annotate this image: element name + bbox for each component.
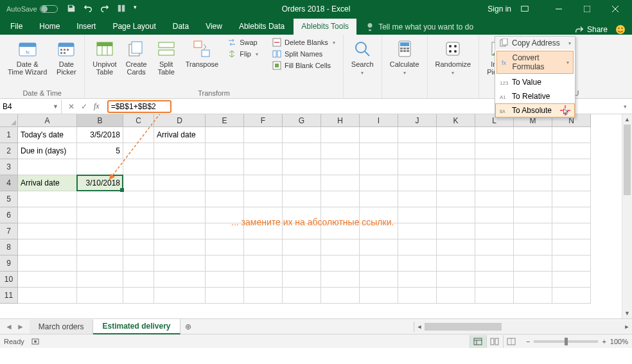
cell-B1[interactable]: 3/5/2018 [77,127,123,143]
cell-I2[interactable] [360,143,398,159]
cell-G1[interactable] [283,127,321,143]
cell-M6[interactable] [514,207,552,223]
search-button[interactable]: Search▾ [349,37,376,78]
maximize-button[interactable] [573,0,601,18]
row-head-4[interactable]: 4 [0,175,18,191]
cell-E10[interactable] [206,272,244,288]
cell-F8[interactable] [244,239,283,256]
cell-I5[interactable] [360,191,398,207]
cell-L8[interactable] [475,239,514,256]
cell-L5[interactable] [475,191,514,207]
cell-F10[interactable] [244,272,283,288]
cell-J3[interactable] [398,159,437,175]
date-time-wizard-button[interactable]: fx Date & Time Wizard [5,37,49,77]
cell-M4[interactable] [514,175,552,191]
expand-formula-bar-icon[interactable]: ▾ [619,103,632,110]
cell-L1[interactable] [475,127,514,143]
cell-K1[interactable] [437,127,475,143]
cell-I3[interactable] [360,159,398,175]
cell-G6[interactable] [283,207,321,223]
cell-D2[interactable] [154,143,206,159]
row-head-2[interactable]: 2 [0,143,18,159]
cell-K9[interactable] [437,256,475,272]
row-head-3[interactable]: 3 [0,159,18,175]
row-head-8[interactable]: 8 [0,239,18,256]
cell-C9[interactable] [123,256,154,272]
cell-C3[interactable] [123,159,154,175]
cell-E9[interactable] [206,256,244,272]
transpose-button[interactable]: Transpose [183,37,222,69]
cell-M10[interactable] [514,272,552,288]
cell-B2[interactable]: 5 [77,143,123,159]
name-box[interactable]: ▼ [0,100,62,114]
save-icon[interactable] [67,4,77,14]
cell-E2[interactable] [206,143,244,159]
cell-A6[interactable] [18,207,77,223]
cell-N1[interactable] [552,127,591,143]
cell-F11[interactable] [244,288,283,304]
cell-I11[interactable] [360,288,398,304]
cell-G10[interactable] [283,272,321,288]
cell-L10[interactable] [475,272,514,288]
tab-home[interactable]: Home [31,19,67,35]
cell-C8[interactable] [123,239,154,256]
spreadsheet-grid[interactable]: ABCDEFGHIJKLMN 1234567891011 Today's dat… [0,114,632,318]
tab-insert[interactable]: Insert [69,19,103,35]
cell-B10[interactable] [77,272,123,288]
fill-blank-cells-button[interactable]: Fill Blank Cells [270,60,338,71]
cell-E5[interactable] [206,191,244,207]
cell-C11[interactable] [123,288,154,304]
cell-E7[interactable] [206,223,244,239]
cell-F6[interactable] [244,207,283,223]
cell-H4[interactable] [321,175,360,191]
cell-A4[interactable]: Arrival date [18,175,77,191]
cell-J1[interactable] [398,127,437,143]
cell-L9[interactable] [475,256,514,272]
cell-J5[interactable] [398,191,437,207]
cell-M9[interactable] [514,256,552,272]
cell-N4[interactable] [552,175,591,191]
col-head-I[interactable]: I [360,114,398,127]
unpivot-table-button[interactable]: Unpivot Table [90,37,119,77]
col-head-B[interactable]: B [77,114,123,127]
cell-F4[interactable] [244,175,283,191]
cell-I6[interactable] [360,207,398,223]
cell-G2[interactable] [283,143,321,159]
swap-button[interactable]: Swap [225,37,261,48]
cell-A7[interactable] [18,223,77,239]
cell-L6[interactable] [475,207,514,223]
cell-F2[interactable] [244,143,283,159]
cell-B9[interactable] [77,256,123,272]
cell-J11[interactable] [398,288,437,304]
row-head-1[interactable]: 1 [0,127,18,143]
tab-file[interactable]: File [3,19,30,35]
cell-N3[interactable] [552,159,591,175]
cell-D5[interactable] [154,191,206,207]
row-head-11[interactable]: 11 [0,288,18,304]
cell-F3[interactable] [244,159,283,175]
convert-formulas-header[interactable]: fx Convert Formulas▾ [496,51,574,74]
cell-E3[interactable] [206,159,244,175]
col-head-G[interactable]: G [283,114,321,127]
row-head-5[interactable]: 5 [0,191,18,207]
cell-M1[interactable] [514,127,552,143]
flip-button[interactable]: Flip▾ [225,49,261,59]
tab-view[interactable]: View [198,19,230,35]
randomize-button[interactable]: Randomize▾ [433,37,474,78]
zoom-slider[interactable] [534,340,598,343]
macro-record-icon[interactable] [31,337,40,346]
cell-A11[interactable] [18,288,77,304]
vertical-scrollbar[interactable]: ▲ ▼ [622,114,632,318]
cell-N9[interactable] [552,256,591,272]
col-head-C[interactable]: C [123,114,154,127]
cell-K7[interactable] [437,223,475,239]
cell-A3[interactable] [18,159,77,175]
cell-J6[interactable] [398,207,437,223]
zoom-control[interactable]: − + 100% [526,338,628,345]
cell-G11[interactable] [283,288,321,304]
cell-C6[interactable] [123,207,154,223]
cell-M2[interactable] [514,143,552,159]
cell-H7[interactable] [321,223,360,239]
fx-icon[interactable]: fx [94,101,100,111]
cell-A5[interactable] [18,191,77,207]
